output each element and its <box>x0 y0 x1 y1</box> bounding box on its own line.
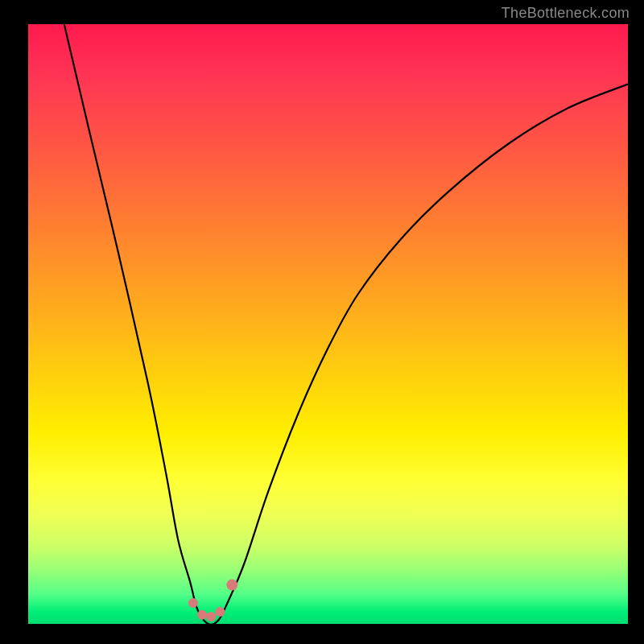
curve-marker <box>215 607 225 617</box>
watermark-text: TheBottleneck.com <box>502 5 630 22</box>
curve-marker <box>188 598 198 608</box>
curve-marker <box>197 610 207 620</box>
curve-marker <box>226 580 237 591</box>
bottleneck-curve <box>64 24 628 624</box>
curve-group <box>64 24 628 624</box>
curve-marker <box>206 612 216 621</box>
marker-group <box>188 580 237 621</box>
chart-svg <box>28 24 628 624</box>
